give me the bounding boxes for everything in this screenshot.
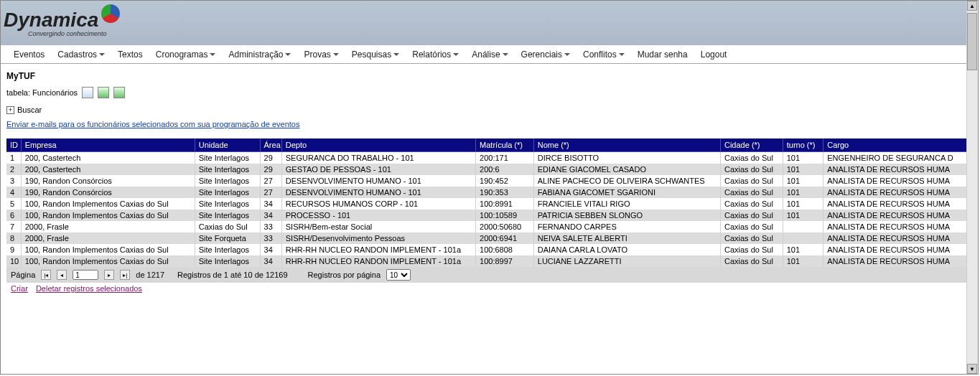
cell-matricula: 100:10589	[476, 210, 534, 221]
menu-mudar-senha[interactable]: Mudar senha	[632, 47, 694, 62]
menu-cadastros[interactable]: Cadastros	[52, 47, 111, 62]
criar-link[interactable]: Criar	[11, 284, 28, 293]
cell-unidade: Caxias do Sul	[195, 221, 260, 232]
chevron-down-icon	[503, 53, 508, 56]
menu-eventos[interactable]: Eventos	[8, 47, 50, 62]
column-header[interactable]: Unidade	[195, 138, 260, 152]
menu-textos[interactable]: Textos	[112, 47, 149, 62]
logo: Dynamica	[4, 9, 120, 32]
cell-matricula: 190:452	[476, 175, 534, 187]
cell-cargo: ANALISTA DE RECURSOS HUMA	[823, 255, 969, 267]
menu-conflitos[interactable]: Conflitos	[577, 47, 630, 62]
table-row[interactable]: 1200, CastertechSite Interlagos29SEGURAN…	[6, 152, 969, 164]
brand-name: Dynamica	[4, 9, 98, 32]
cell-area: 34	[260, 255, 281, 267]
cell-nome: DIRCE BISOTTO	[533, 152, 720, 164]
email-link[interactable]: Enviar e-mails para os funcionários sele…	[6, 120, 299, 128]
table-row[interactable]: 3190, Randon ConsórciosSite Interlagos27…	[6, 175, 969, 187]
column-header[interactable]: Cidade (*)	[720, 138, 783, 152]
cell-turno: 101	[783, 164, 823, 175]
menu-relatórios[interactable]: Relatórios	[406, 47, 465, 62]
print-icon[interactable]	[82, 87, 93, 98]
cell-nome: FRANCIELE VITALI RIGO	[533, 198, 720, 210]
table-label: tabela: Funcionários	[6, 88, 78, 97]
menu-administração[interactable]: Administração	[223, 47, 297, 62]
table-row[interactable]: 82000, FrasleSite Forqueta33SISRH/Desenv…	[6, 232, 969, 244]
column-header[interactable]: Cargo	[823, 138, 969, 152]
next-page-icon[interactable]: ▸	[104, 270, 114, 280]
table-row[interactable]: 6100, Randon Implementos Caxias do SulSi…	[6, 210, 969, 221]
menu-gerenciais[interactable]: Gerenciais	[515, 47, 576, 62]
cell-depto: RHR-RH NUCLEO RANDON IMPLEMENT - 101a	[281, 255, 475, 267]
cell-area: 34	[260, 210, 281, 221]
cell-id: 9	[6, 244, 21, 255]
data-table: IDEmpresaUnidadeÁreaDeptoMatrícula (*)No…	[6, 138, 969, 267]
buscar-row: + Buscar	[6, 105, 972, 114]
cell-id: 4	[6, 187, 21, 198]
page-input[interactable]	[73, 270, 98, 280]
cell-cidade: Caxias do Sul	[720, 152, 783, 164]
menu-label: Logout	[701, 50, 727, 60]
column-header[interactable]: turno (*)	[783, 138, 823, 152]
cell-turno: 101	[783, 244, 823, 255]
cell-depto: SISRH/Bem-estar Social	[281, 221, 475, 232]
cell-area: 27	[260, 175, 281, 187]
menu-label: Eventos	[14, 50, 45, 60]
last-page-icon[interactable]: ▸|	[120, 270, 130, 280]
cell-area: 29	[260, 164, 281, 175]
cell-cidade: Caxias do Sul	[720, 255, 783, 267]
table-header-row: IDEmpresaUnidadeÁreaDeptoMatrícula (*)No…	[6, 138, 969, 152]
per-page-select[interactable]: 10	[386, 269, 411, 281]
menu-label: Análise	[472, 50, 500, 60]
menu-pesquisas[interactable]: Pesquisas	[346, 47, 405, 62]
column-header[interactable]: ID	[6, 138, 21, 152]
cell-area: 33	[260, 232, 281, 244]
table-row[interactable]: 4190, Randon ConsórciosSite Interlagos27…	[6, 187, 969, 198]
column-header[interactable]: Empresa	[21, 138, 195, 152]
menu-label: Textos	[118, 50, 143, 60]
cell-matricula: 200:6	[476, 164, 534, 175]
buscar-label: Buscar	[17, 105, 42, 114]
first-page-icon[interactable]: |◂	[41, 270, 51, 280]
cell-unidade: Site Forqueta	[195, 232, 260, 244]
export-excel-icon[interactable]	[98, 87, 109, 98]
table-row[interactable]: 10100, Randon Implementos Caxias do SulS…	[6, 255, 969, 267]
export-excel-alt-icon[interactable]	[113, 87, 125, 98]
menu-provas[interactable]: Provas	[298, 47, 344, 62]
scroll-thumb[interactable]	[967, 13, 977, 70]
expand-buscar-icon[interactable]: +	[6, 106, 14, 114]
prev-page-icon[interactable]: ◂	[57, 270, 67, 280]
cell-matricula: 2000:50680	[476, 221, 534, 232]
deletar-link[interactable]: Deletar registros selecionados	[36, 284, 142, 293]
cell-id: 5	[6, 198, 21, 210]
scroll-down-icon[interactable]: ▼	[967, 364, 977, 374]
cell-empresa: 100, Randon Implementos Caxias do Sul	[21, 255, 195, 267]
column-header[interactable]: Nome (*)	[533, 138, 720, 152]
table-row[interactable]: 2200, CastertechSite Interlagos29GESTAO …	[6, 164, 969, 175]
por-pagina-label: Registros por página	[308, 271, 381, 279]
cell-depto: RECURSOS HUMANOS CORP - 101	[281, 198, 475, 210]
cell-empresa: 100, Randon Implementos Caxias do Sul	[21, 244, 195, 255]
cell-unidade: Site Interlagos	[195, 255, 260, 267]
column-header[interactable]: Depto	[281, 138, 475, 152]
cell-depto: RHR-RH NUCLEO RANDON IMPLEMENT - 101a	[281, 244, 475, 255]
cell-cargo: ANALISTA DE RECURSOS HUMA	[823, 232, 969, 244]
cell-turno: 101	[783, 198, 823, 210]
cell-area: 27	[260, 187, 281, 198]
menu-logout[interactable]: Logout	[695, 47, 733, 62]
scroll-up-icon[interactable]: ▲	[967, 1, 977, 11]
menu-análise[interactable]: Análise	[466, 47, 513, 62]
cell-nome: EDIANE GIACOMEL CASADO	[533, 164, 720, 175]
table-row[interactable]: 5100, Randon Implementos Caxias do SulSi…	[6, 198, 969, 210]
cell-id: 10	[6, 255, 21, 267]
cell-empresa: 200, Castertech	[21, 164, 195, 175]
cell-id: 3	[6, 175, 21, 187]
menu-cronogramas[interactable]: Cronogramas	[150, 47, 222, 62]
column-header[interactable]: Área	[260, 138, 281, 152]
vertical-scrollbar[interactable]: ▲ ▼	[966, 1, 978, 374]
cell-nome: FERNANDO CARPES	[533, 221, 720, 232]
cell-nome: ALINE PACHECO DE OLIVEIRA SCHWANTES	[533, 175, 720, 187]
table-row[interactable]: 9100, Randon Implementos Caxias do SulSi…	[6, 244, 969, 255]
column-header[interactable]: Matrícula (*)	[476, 138, 534, 152]
table-row[interactable]: 72000, FrasleCaxias do Sul33SISRH/Bem-es…	[6, 221, 969, 232]
